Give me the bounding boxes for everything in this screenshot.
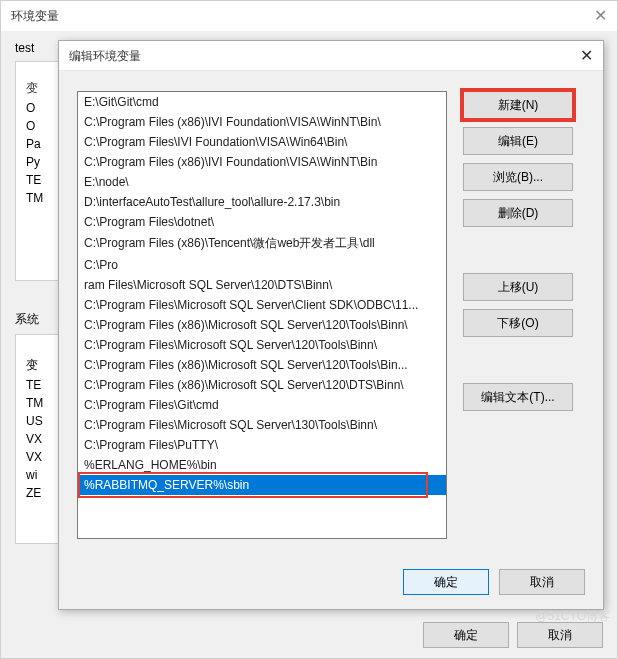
outer-close-icon[interactable]: ✕ bbox=[594, 1, 607, 31]
list-item[interactable]: C:\Program Files (x86)\IVI Foundation\VI… bbox=[78, 152, 446, 172]
list-item[interactable]: C:\Program Files (x86)\Tencent\微信web开发者工… bbox=[78, 232, 446, 255]
list-item[interactable]: C:\Program Files (x86)\Microsoft SQL Ser… bbox=[78, 315, 446, 335]
edit-button[interactable]: 编辑(E) bbox=[463, 127, 573, 155]
list-item[interactable]: C:\Program Files\Microsoft SQL Server\12… bbox=[78, 335, 446, 355]
outer-ok-button[interactable]: 确定 bbox=[423, 622, 509, 648]
editing-input[interactable] bbox=[78, 475, 446, 495]
list-item[interactable]: D:\interfaceAutoTest\allure_tool\allure-… bbox=[78, 192, 446, 212]
inner-close-icon[interactable]: ✕ bbox=[580, 41, 593, 71]
browse-button[interactable]: 浏览(B)... bbox=[463, 163, 573, 191]
inner-titlebar: 编辑环境变量 ✕ bbox=[59, 41, 603, 71]
list-item[interactable]: C:\Program Files\IVI Foundation\VISA\Win… bbox=[78, 132, 446, 152]
path-listbox[interactable]: E:\Git\Git\cmdC:\Program Files (x86)\IVI… bbox=[77, 91, 447, 539]
inner-title-text: 编辑环境变量 bbox=[69, 49, 141, 63]
list-item[interactable]: C:\Pro bbox=[78, 255, 446, 275]
list-item[interactable]: C:\Program Files\Microsoft SQL Server\Cl… bbox=[78, 295, 446, 315]
outer-cancel-button[interactable]: 取消 bbox=[517, 622, 603, 648]
outer-title-text: 环境变量 bbox=[11, 9, 59, 23]
list-item[interactable]: C:\Program Files\Git\cmd bbox=[78, 395, 446, 415]
list-item[interactable]: C:\Program Files (x86)\IVI Foundation\VI… bbox=[78, 112, 446, 132]
list-item[interactable]: C:\Program Files\dotnet\ bbox=[78, 212, 446, 232]
list-item[interactable]: E:\Git\Git\cmd bbox=[78, 92, 446, 112]
list-item[interactable]: C:\Program Files\PuTTY\ bbox=[78, 435, 446, 455]
move-down-button[interactable]: 下移(O) bbox=[463, 309, 573, 337]
inner-ok-button[interactable]: 确定 bbox=[403, 569, 489, 595]
edit-text-button[interactable]: 编辑文本(T)... bbox=[463, 383, 573, 411]
list-item[interactable]: C:\Program Files\Microsoft SQL Server\13… bbox=[78, 415, 446, 435]
list-item-editing[interactable] bbox=[78, 475, 446, 495]
move-up-button[interactable]: 上移(U) bbox=[463, 273, 573, 301]
outer-titlebar: 环境变量 ✕ bbox=[1, 1, 617, 31]
list-item[interactable]: C:\Program Files (x86)\Microsoft SQL Ser… bbox=[78, 355, 446, 375]
edit-env-var-dialog: 编辑环境变量 ✕ E:\Git\Git\cmdC:\Program Files … bbox=[58, 40, 604, 610]
list-item[interactable]: %ERLANG_HOME%\bin bbox=[78, 455, 446, 475]
delete-button[interactable]: 删除(D) bbox=[463, 199, 573, 227]
inner-cancel-button[interactable]: 取消 bbox=[499, 569, 585, 595]
side-button-column: 新建(N) 编辑(E) 浏览(B)... 删除(D) 上移(U) 下移(O) 编… bbox=[463, 91, 573, 553]
list-item[interactable]: E:\node\ bbox=[78, 172, 446, 192]
new-button[interactable]: 新建(N) bbox=[463, 91, 573, 119]
list-item[interactable]: C:\Program Files (x86)\Microsoft SQL Ser… bbox=[78, 375, 446, 395]
list-item[interactable]: ram Files\Microsoft SQL Server\120\DTS\B… bbox=[78, 275, 446, 295]
